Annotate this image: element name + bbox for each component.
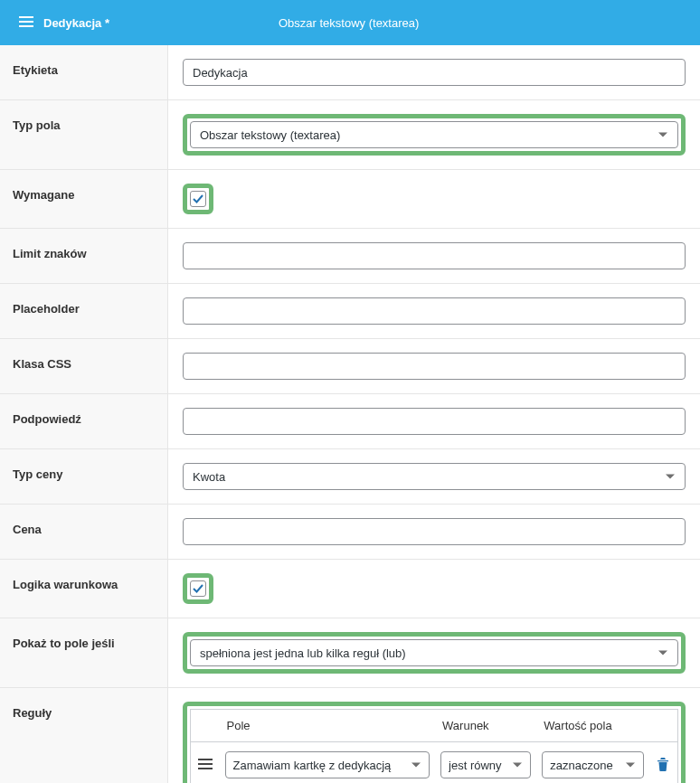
label-klasa-css: Klasa CSS — [0, 339, 168, 393]
placeholder-input[interactable] — [183, 297, 686, 325]
highlight-typ-pola: Obszar tekstowy (textarea) — [183, 114, 686, 156]
th-pole: Pole — [220, 710, 436, 742]
field-header: Dedykacja * Obszar tekstowy (textarea) — [0, 0, 700, 45]
trash-icon[interactable] — [656, 757, 670, 771]
pokaz-to-pole-select[interactable]: spełniona jest jedna lub kilka reguł (lu… — [190, 639, 678, 666]
label-etykieta: Etykieta — [0, 45, 168, 99]
wymagane-checkbox[interactable] — [190, 191, 206, 207]
typ-ceny-select[interactable]: Kwota — [183, 463, 686, 490]
limit-znakow-input[interactable] — [183, 242, 686, 269]
label-wymagane: Wymagane — [0, 170, 168, 228]
hamburger-icon[interactable] — [18, 14, 43, 33]
logika-warunkowa-checkbox[interactable] — [190, 580, 206, 597]
label-cena: Cena — [0, 505, 168, 559]
typ-pola-select[interactable]: Obszar tekstowy (textarea) — [190, 121, 678, 148]
klasa-css-input[interactable] — [183, 353, 686, 380]
label-limit-znakow: Limit znaków — [0, 229, 168, 283]
label-reguly: Reguły — [0, 688, 168, 783]
highlight-wymagane — [183, 184, 213, 214]
rule-warunek-select[interactable]: jest równy — [440, 751, 531, 778]
th-warunek: Warunek — [435, 710, 536, 742]
label-podpowiedz: Podpowiedź — [0, 394, 168, 448]
label-logika-warunkowa: Logika warunkowa — [0, 560, 168, 618]
rule-pole-select[interactable]: Zamawiam kartkę z dedykacją — [225, 751, 430, 778]
rules-table: Pole Warunek Wartość pola — [190, 709, 678, 783]
label-typ-ceny: Typ ceny — [0, 449, 168, 504]
drag-handle-icon[interactable] — [197, 756, 213, 772]
highlight-logika — [183, 573, 213, 604]
etykieta-input[interactable] — [183, 59, 686, 86]
highlight-reguly: Pole Warunek Wartość pola — [183, 702, 686, 783]
table-row: Zamawiam kartkę z dedykacją jest równy z… — [191, 742, 678, 784]
header-type: Obszar tekstowy (textarea) — [279, 16, 682, 30]
label-typ-pola: Typ pola — [0, 100, 168, 169]
rule-wartosc-select[interactable]: zaznaczone — [542, 751, 643, 778]
cena-input[interactable] — [183, 518, 686, 545]
label-placeholder: Placeholder — [0, 284, 168, 338]
highlight-pokaz: spełniona jest jedna lub kilka reguł (lu… — [183, 632, 686, 674]
podpowiedz-input[interactable] — [183, 408, 686, 435]
label-pokaz-to-pole: Pokaż to pole jeśli — [0, 618, 168, 687]
header-title: Dedykacja * — [43, 16, 279, 30]
th-wartosc: Wartość pola — [536, 710, 648, 742]
